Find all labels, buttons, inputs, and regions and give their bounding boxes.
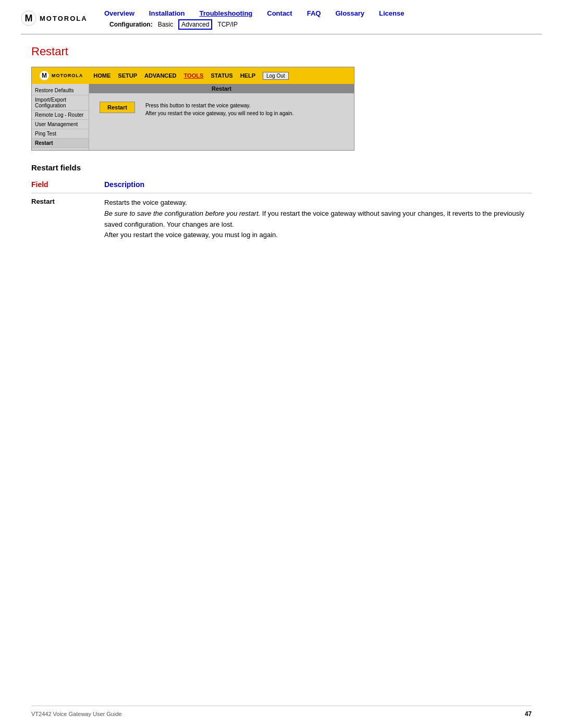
device-content-title: Restart (89, 84, 354, 93)
nav-license[interactable]: License (379, 9, 404, 17)
device-nav-help[interactable]: HELP (240, 72, 255, 79)
device-content-body: Restart Press this button to restart the… (89, 93, 354, 126)
col-header-field: Field (31, 178, 104, 193)
device-header-bar: M MOTOROLA HOME SETUP ADVANCED TOOLS STA… (32, 67, 354, 84)
device-text-line2: After you restart the voice gateway, you… (145, 109, 293, 117)
motorola-brand-name: MOTOROLA (40, 15, 88, 22)
nav-overview[interactable]: Overview (104, 9, 134, 17)
svg-text:M: M (25, 13, 33, 23)
subnav-tcpip[interactable]: TCP/IP (217, 21, 238, 28)
nav-installation[interactable]: Installation (149, 9, 185, 17)
subnav-advanced[interactable]: Advanced (178, 19, 212, 30)
nav-faq[interactable]: FAQ (307, 9, 321, 17)
sidebar-user-management[interactable]: User Management (32, 120, 89, 129)
device-text-line1: Press this button to restart the voice g… (145, 102, 293, 109)
device-motorola-icon: M (39, 70, 50, 81)
desc-last: After you restart the voice gateway, you… (104, 231, 278, 239)
col-header-description: Description (104, 178, 532, 193)
sidebar-restart[interactable]: Restart (32, 139, 89, 148)
desc-plain: Restarts the voice gateway. (104, 199, 187, 206)
page-header: M MOTOROLA Overview Installation Trouble… (0, 0, 563, 30)
device-nav-advanced[interactable]: ADVANCED (144, 72, 177, 79)
device-restart-button[interactable]: Restart (100, 102, 135, 113)
device-brand-text: MOTOROLA (52, 73, 83, 78)
svg-text:M: M (42, 72, 47, 79)
sub-nav: Configuration: Basic Advanced TCP/IP (109, 19, 542, 30)
device-nav-home[interactable]: HOME (93, 72, 111, 79)
main-content: Restart M MOTOROLA HOME SETUP ADVANCED T… (0, 34, 563, 276)
device-body: Restore Defaults Import/Export Configura… (32, 84, 354, 150)
nav-glossary[interactable]: Glossary (335, 9, 364, 17)
motorola-logo-icon: M (21, 10, 36, 26)
device-content-text: Press this button to restart the voice g… (145, 102, 293, 117)
subnav-basic[interactable]: Basic (158, 21, 173, 28)
logo-area: M MOTOROLA (21, 9, 94, 26)
table-row: Restart Restarts the voice gateway. Be s… (31, 193, 532, 245)
device-main-content: Restart Restart Press this button to res… (89, 84, 354, 150)
top-nav: Overview Installation Troubleshooting Co… (104, 9, 542, 17)
nav-troubleshooting[interactable]: Troubleshooting (199, 9, 252, 17)
sidebar-import-export[interactable]: Import/Export Configuration (32, 95, 89, 110)
device-sidebar: Restore Defaults Import/Export Configura… (32, 84, 89, 150)
page-footer: VT2442 Voice Gateway User Guide 47 (31, 706, 532, 718)
nav-contact[interactable]: Contact (267, 9, 292, 17)
device-logo: M MOTOROLA (36, 69, 86, 82)
footer-document-title: VT2442 Voice Gateway User Guide (31, 711, 122, 717)
sidebar-remote-log[interactable]: Remote Log - Router (32, 110, 89, 120)
sidebar-ping-test[interactable]: Ping Test (32, 129, 89, 139)
field-desc-restart: Restarts the voice gateway. Be sure to s… (104, 193, 532, 245)
device-nav-tools[interactable]: TOOLS (184, 72, 204, 79)
desc-italic: Be sure to save the configuration before… (104, 209, 260, 217)
page-title: Restart (31, 45, 532, 58)
navigation-area: Overview Installation Troubleshooting Co… (104, 9, 542, 30)
field-name-restart: Restart (31, 193, 104, 245)
device-nav-status[interactable]: STATUS (211, 72, 232, 79)
device-ui-screenshot: M MOTOROLA HOME SETUP ADVANCED TOOLS STA… (31, 67, 354, 151)
sidebar-restore-defaults[interactable]: Restore Defaults (32, 86, 89, 95)
section-title: Restart fields (31, 163, 532, 172)
footer-page-number: 47 (525, 710, 532, 718)
device-nav-items: HOME SETUP ADVANCED TOOLS STATUS HELP Lo… (93, 72, 288, 80)
device-nav-setup[interactable]: SETUP (118, 72, 137, 79)
config-label: Configuration: (109, 21, 153, 28)
fields-table: Field Description Restart Restarts the v… (31, 178, 532, 245)
device-logout-button[interactable]: Log Out (263, 72, 289, 80)
